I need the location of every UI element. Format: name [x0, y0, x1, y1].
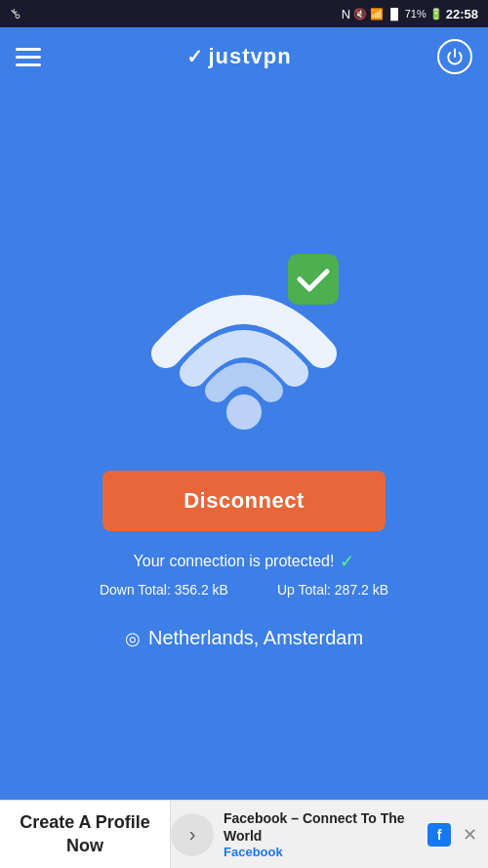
logo-text: justvpn [208, 44, 291, 69]
status-label: Your connection is protected! [134, 553, 335, 570]
hamburger-line-2 [16, 56, 41, 59]
clock: 22:58 [446, 7, 478, 21]
wifi-signal-icon: 📶 [370, 8, 384, 21]
app-header: ✓ justvpn [0, 27, 488, 86]
svg-rect-2 [288, 254, 339, 305]
logo-checkmark: ✓ [186, 45, 204, 68]
power-button[interactable] [437, 39, 472, 74]
menu-button[interactable] [16, 48, 41, 66]
location-icon: ◎ [125, 628, 141, 649]
ad-right-section[interactable]: Facebook – Connect To The World Facebook [214, 809, 427, 859]
vpn-wifi-icon [137, 236, 351, 432]
key-icon: ⚷ [6, 5, 23, 22]
disconnect-button[interactable]: Disconnect [102, 471, 386, 531]
up-total: Up Total: 287.2 kB [277, 582, 388, 598]
ad-banner: Create A Profile Now › Facebook – Connec… [0, 800, 488, 868]
status-checkmark: ✓ [340, 551, 354, 572]
nfc-icon: N [342, 7, 350, 21]
battery-icon: 🔋 [429, 8, 443, 21]
ad-title: Facebook – Connect To The World [224, 809, 418, 845]
mute-icon: 🔇 [353, 8, 367, 21]
hamburger-line-3 [16, 63, 41, 66]
battery-percent: 71% [405, 8, 427, 20]
status-bar: ⚷ N 🔇 📶 ▐▌ 71% 🔋 22:58 [0, 0, 488, 27]
traffic-stats: Down Total: 356.2 kB Up Total: 287.2 kB [100, 582, 388, 598]
ad-subtitle: Facebook [224, 845, 283, 859]
status-bar-left: ⚷ [10, 6, 20, 21]
network-bars-icon: ▐▌ [386, 8, 402, 20]
ad-create-profile: Create A Profile Now [0, 811, 170, 857]
location-row: ◎ Netherlands, Amsterdam [125, 627, 363, 649]
ad-arrow-button[interactable]: › [171, 813, 214, 856]
status-bar-right: N 🔇 📶 ▐▌ 71% 🔋 22:58 [342, 7, 478, 21]
ad-left-section[interactable]: Create A Profile Now [0, 801, 171, 868]
hamburger-line-1 [16, 48, 41, 51]
connection-status: Your connection is protected! ✓ [134, 551, 355, 572]
facebook-icon: f [427, 823, 451, 847]
vpn-icon-container [137, 236, 351, 432]
location-text: Netherlands, Amsterdam [148, 627, 363, 649]
ad-close-button[interactable]: ✕ [455, 820, 484, 849]
ad-arrow-icon: › [189, 823, 196, 846]
main-content: Disconnect Your connection is protected!… [0, 86, 488, 800]
app-logo: ✓ justvpn [186, 44, 291, 69]
svg-point-1 [226, 394, 262, 430]
down-total: Down Total: 356.2 kB [100, 582, 228, 598]
status-icons: N 🔇 📶 ▐▌ 71% 🔋 22:58 [342, 7, 478, 21]
